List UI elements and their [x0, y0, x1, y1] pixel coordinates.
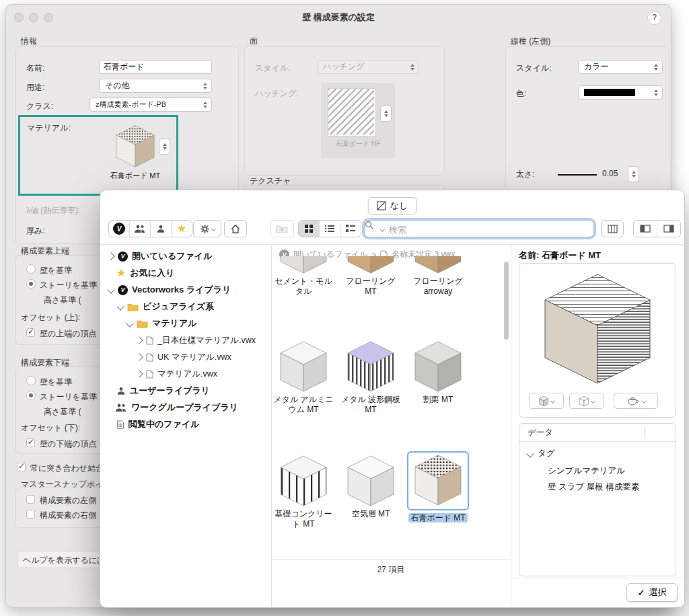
sidebar-item-user-library[interactable]: ユーザーライブラリ — [116, 384, 210, 397]
butt-join-checkbox[interactable] — [17, 463, 26, 471]
story-basis-radio-bottom[interactable] — [26, 391, 36, 400]
material-item-rubble[interactable]: 割栗 MT — [407, 340, 469, 405]
material-item-flooring-mt[interactable]: フローリング MT — [340, 256, 402, 297]
line-weight-stepper[interactable] — [628, 166, 639, 182]
material-cube-icon — [347, 455, 394, 506]
wall-basis-radio-bottom[interactable] — [26, 376, 36, 385]
vectorworks-logo-button[interactable]: V — [109, 221, 130, 237]
favorites-button[interactable]: ★ — [172, 221, 192, 237]
grid-view-button[interactable] — [299, 221, 320, 237]
grid-scrollbar[interactable] — [504, 262, 509, 340]
sidebar-item-favorites[interactable]: ★ お気に入り — [116, 266, 174, 280]
sidebar-label: マテリアル.vwx — [157, 369, 217, 380]
butt-join-label: 常に突き合わせ結合 — [30, 463, 104, 474]
chevron-down-icon[interactable] — [116, 303, 124, 310]
preview-object-button[interactable] — [569, 393, 604, 409]
material-label: メタル 波形鋼板 MT — [341, 395, 400, 414]
material-item-air-layer[interactable]: 空気層 MT — [340, 454, 402, 519]
material-stepper[interactable] — [159, 139, 170, 155]
component-left-label: 構成要素の左側 — [40, 495, 96, 506]
line-color-label: 色: — [516, 88, 526, 100]
chevron-right-icon[interactable] — [135, 353, 143, 360]
none-button[interactable]: なし — [368, 197, 417, 215]
chevron-down-icon[interactable] — [526, 450, 534, 457]
cube-outline-icon — [579, 396, 589, 406]
material-item-flooring-arroway[interactable]: フローリング arroway — [407, 256, 469, 297]
chevron-right-icon[interactable] — [107, 252, 114, 260]
sidebar-item-visualize[interactable]: ビジュアライズ系 — [118, 300, 214, 313]
align-bottom-checkbox[interactable] — [26, 438, 35, 447]
select-button-label: 選択 — [649, 586, 666, 599]
wall-basis-radio[interactable] — [26, 264, 36, 274]
detail-view-button[interactable] — [340, 221, 361, 237]
component-left-checkbox[interactable] — [26, 495, 35, 504]
class-label: クラス: — [26, 101, 53, 112]
sidebar-item-workgroup-library[interactable]: ワークグループライブラリ — [115, 401, 238, 414]
use-popup[interactable]: その他 — [99, 79, 212, 93]
sidebar-item-browsing-files[interactable]: 閲覧中のファイル — [116, 418, 200, 431]
sidebar-label: 閲覧中のファイル — [129, 418, 200, 430]
folder-up-icon — [276, 224, 288, 233]
material-item-gypsum-board[interactable]: 石膏ボード MT — [407, 451, 469, 523]
chevron-down-icon[interactable] — [107, 286, 114, 293]
search-icon — [365, 221, 374, 230]
vectorworks-logo-icon: V — [113, 223, 125, 235]
class-value: z構成要素-ボード-PB — [96, 100, 166, 110]
checkmark-icon — [638, 588, 645, 598]
hatch-swatch[interactable] — [328, 88, 376, 137]
sidebar-item-open-files[interactable]: V 開いているファイル — [108, 249, 212, 263]
preview-geometry-button[interactable] — [529, 393, 564, 409]
chevron-down-icon — [590, 398, 595, 403]
line-weight-sample — [558, 174, 597, 176]
single-pane-button[interactable] — [634, 221, 657, 237]
tag-item[interactable]: シンプルマテリアル — [548, 465, 625, 477]
dual-pane-button[interactable] — [657, 221, 680, 237]
folder-up-button[interactable] — [270, 220, 294, 237]
class-popup[interactable]: z構成要素-ボード-PB — [89, 98, 212, 112]
material-thumbnail-cube[interactable] — [116, 125, 155, 167]
sidebar-item-material-folder[interactable]: マテリアル — [127, 317, 197, 330]
select-button[interactable]: 選択 — [626, 583, 678, 602]
preview-columns-button[interactable] — [601, 220, 624, 237]
data-tab[interactable]: データ — [528, 427, 553, 438]
tag-group-row[interactable]: タグ — [528, 448, 555, 459]
align-top-checkbox[interactable] — [26, 328, 35, 337]
hatch-stepper[interactable] — [380, 106, 392, 122]
material-item-foundation-concrete[interactable]: 基礎コンクリート MT — [273, 454, 334, 529]
list-view-button[interactable] — [320, 221, 340, 237]
hatch-label: ハッチング: — [255, 88, 299, 100]
search-input[interactable] — [388, 221, 585, 237]
settings-menu-button[interactable] — [193, 220, 221, 237]
detail-name-row: 名前: 石膏ボード MT — [519, 249, 601, 262]
material-item-metal-corrugated[interactable]: メタル 波形鋼板 MT — [340, 340, 402, 415]
name-field[interactable] — [99, 60, 212, 74]
material-cube-icon — [414, 341, 462, 392]
user-button[interactable] — [151, 221, 172, 237]
material-item-metal-aluminum[interactable]: メタル アルミニウム MT — [273, 340, 334, 415]
preview-render-mode-button[interactable] — [614, 393, 658, 409]
chevron-right-icon[interactable] — [135, 336, 143, 344]
person-icon — [156, 224, 166, 233]
home-button[interactable] — [224, 220, 247, 237]
story-basis-radio[interactable] — [26, 279, 36, 288]
sidebar-item-uk-materials-file[interactable]: UK マテリアル.vwx — [137, 350, 231, 364]
sidebar-item-jp-materials-file[interactable]: _日本仕様マテリアル.vwx — [137, 334, 256, 347]
chevron-down-icon[interactable] — [126, 319, 133, 327]
help-button[interactable]: ? — [647, 11, 661, 25]
surface-style-popup[interactable]: ハッチング — [317, 60, 419, 74]
material-item-cement-mortar[interactable]: セメント・モルタル — [273, 256, 334, 297]
item-count: 27 項目 — [271, 564, 511, 576]
hatch-preview-panel: 石膏ボード HF — [321, 83, 395, 158]
chevron-right-icon[interactable] — [135, 370, 143, 377]
workgroup-button[interactable] — [130, 221, 151, 237]
search-scope-chevron-icon[interactable] — [380, 227, 385, 232]
tag-item[interactable]: 壁 スラブ 屋根 構成要素 — [548, 482, 639, 493]
component-right-checkbox[interactable] — [26, 510, 35, 518]
sidebar-item-vectorworks-library[interactable]: V Vectorworks ライブラリ — [108, 283, 231, 297]
linetype-style-popup[interactable]: カラー — [578, 60, 663, 74]
sidebar-item-materials-file[interactable]: マテリアル.vwx — [137, 367, 217, 381]
line-color-popup[interactable] — [578, 85, 663, 100]
people-icon — [134, 224, 146, 233]
material-caption: 石膏ボード MT — [97, 171, 174, 181]
grid-view-icon — [305, 225, 314, 233]
